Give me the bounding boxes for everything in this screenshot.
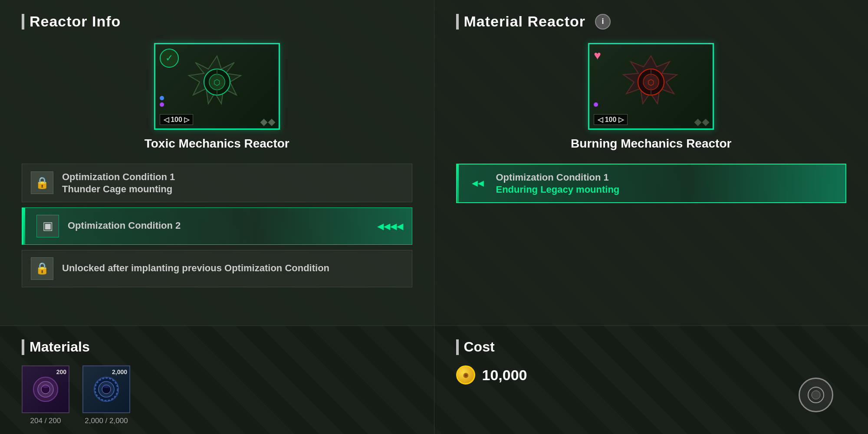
slot-diamonds-right	[695, 120, 708, 125]
diamond-r-2	[702, 119, 710, 126]
cost-heading: Cost	[464, 339, 495, 355]
title-bar-right	[456, 14, 459, 30]
condition-row-3-left[interactable]: 🔒 Unlocked after implanting previous Opt…	[22, 250, 412, 287]
left-divider-accent	[23, 208, 25, 244]
condition-text-2-left: Optimization Condition 2	[68, 220, 368, 232]
left-level-badge: ◁ 100 ▷	[160, 114, 194, 125]
material-box-1: 200	[22, 365, 69, 413]
condition-subtitle-1-right: Enduring Legacy mounting	[496, 184, 837, 195]
material-box-2: 2,000	[82, 365, 130, 413]
condition-row-1-right[interactable]: ◀◀ Optimization Condition 1 Enduring Leg…	[456, 164, 847, 203]
right-reactor-image: ♥ ⬡ ◁ 100 ▷	[588, 43, 714, 130]
check-icon: ✓	[165, 53, 173, 64]
condition-monitor-icon: ▣	[36, 215, 59, 237]
reactor-info-panel: Reactor Info ✓	[0, 0, 434, 326]
stat-dots-left	[160, 96, 164, 107]
left-reactor-card: ✓ ⬡	[22, 43, 412, 151]
condition-title-1-right: Optimization Condition 1	[496, 171, 837, 184]
left-reactor-name: Toxic Mechanics Reactor	[145, 137, 289, 151]
condition-row-2-left[interactable]: ▣ Optimization Condition 2 ◀◀◀◀	[22, 207, 412, 245]
left-reactor-image: ✓ ⬡	[154, 43, 280, 130]
condition-title-1-left: Optimization Condition 1	[62, 171, 403, 184]
svg-point-15	[42, 385, 49, 388]
right-panel-heading: Material Reactor	[464, 13, 586, 30]
dot-purple-right	[594, 102, 598, 107]
right-level-badge: ◁ 100 ▷	[594, 114, 628, 125]
level-display: ◁ 100 ▷	[164, 116, 190, 123]
svg-point-22	[812, 391, 820, 399]
red-reactor-svg: ⬡	[618, 54, 684, 119]
top-section: Reactor Info ✓	[0, 0, 868, 326]
svg-text:⬡: ⬡	[214, 78, 220, 87]
title-bar-left	[22, 14, 24, 30]
stat-dots-right	[594, 102, 598, 107]
svg-point-19	[103, 385, 110, 388]
cost-section: Cost ◉ 10,000	[434, 326, 868, 434]
material-count-2: 2,000	[112, 368, 127, 375]
diamond-1	[260, 119, 267, 126]
condition-row-1-left[interactable]: 🔒 Optimization Condition 1 Thunder Cage …	[22, 164, 412, 202]
condition-lock-icon-1: 🔒	[31, 171, 53, 194]
svg-text:⬡: ⬡	[648, 78, 654, 87]
dot-purple-1	[160, 102, 164, 107]
left-panel-title: Reactor Info	[22, 13, 412, 30]
condition-title-3-left: Unlocked after implanting previous Optim…	[62, 262, 403, 275]
info-icon[interactable]: Costi	[595, 14, 611, 30]
condition-text-1-right: Optimization Condition 1 Enduring Legacy…	[496, 171, 837, 195]
confirm-button[interactable]	[799, 378, 833, 412]
material-count-1: 200	[56, 368, 66, 375]
slot-diamonds-left	[261, 120, 274, 125]
condition-text-3-left: Unlocked after implanting previous Optim…	[62, 262, 403, 275]
heart-badge: ♥	[594, 49, 601, 62]
cost-row: ◉ 10,000	[456, 365, 847, 385]
diamond-2	[268, 119, 275, 126]
diamond-r-1	[694, 119, 702, 126]
condition-arrows-right: ◀◀	[472, 178, 484, 188]
material-icon-1	[30, 374, 61, 404]
check-badge: ✓	[160, 49, 179, 68]
condition-subtitle-1-left: Thunder Cage mounting	[62, 184, 403, 195]
material-icon-2	[91, 374, 122, 404]
cost-title-row: Cost	[456, 339, 847, 355]
right-reactor-name: Burning Mechanics Reactor	[571, 137, 731, 151]
dot-blue-1	[160, 96, 164, 100]
gold-coin-icon: ◉	[456, 365, 475, 385]
main-container: Reactor Info ✓	[0, 0, 868, 434]
condition-title-2-left: Optimization Condition 2	[68, 220, 368, 232]
condition-arrows-2: ◀◀◀◀	[377, 221, 403, 231]
left-panel-heading: Reactor Info	[30, 13, 121, 30]
condition-text-1-left: Optimization Condition 1 Thunder Cage mo…	[62, 171, 403, 195]
right-reactor-card: ♥ ⬡ ◁ 100 ▷	[456, 43, 847, 151]
confirm-icon	[807, 386, 825, 404]
material-reactor-panel: Material Reactor Costi ♥	[434, 0, 868, 326]
right-panel-title: Material Reactor Costi	[456, 13, 847, 30]
title-bar-cost	[456, 339, 459, 355]
green-reactor-svg: ⬡	[184, 54, 250, 119]
right-divider-accent	[457, 164, 459, 202]
condition-lock-icon-3: 🔒	[31, 257, 53, 280]
cost-amount: 10,000	[482, 367, 527, 384]
